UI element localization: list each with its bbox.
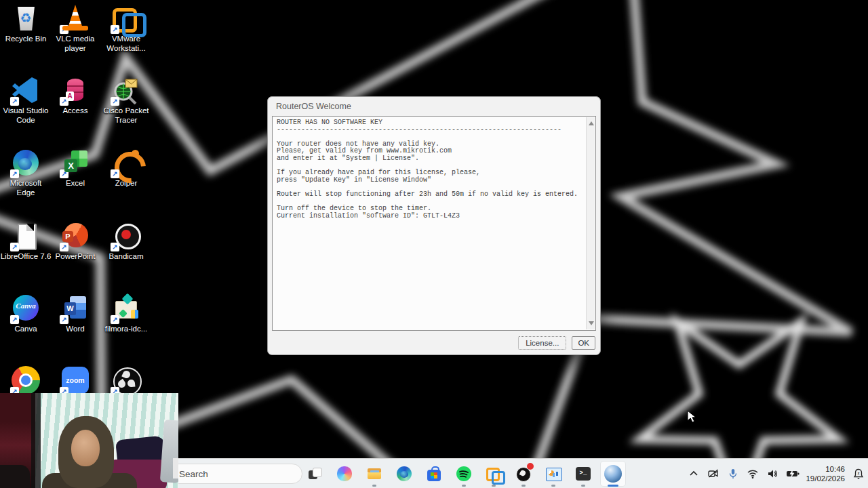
shortcut-arrow-icon: ↗: [111, 97, 119, 106]
window-title-bar[interactable]: RouterOS Welcome: [268, 97, 600, 115]
shortcut-arrow-icon: ↗: [10, 315, 19, 324]
webcam-person-face: [71, 430, 100, 466]
desktop-screen: ♻ Recycle Bin ↗ VLC media player ↗ VMwar…: [0, 0, 868, 488]
spotify-icon[interactable]: [456, 466, 472, 482]
winbox-icon: [604, 465, 622, 483]
obs-taskbar-icon[interactable]: [515, 466, 532, 482]
canva-icon: Canva ↗: [12, 294, 40, 323]
desktop-icon-chrome[interactable]: ↗: [0, 366, 52, 396]
desktop-icon-canva[interactable]: Canva ↗ Canva: [0, 294, 52, 334]
mouse-cursor: [687, 410, 699, 424]
license-message-text: ROUTER HAS NO SOFTWARE KEY -------------…: [273, 117, 595, 222]
window-title: RouterOS Welcome: [276, 102, 351, 111]
filmora-green: [119, 309, 127, 318]
shortcut-arrow-icon: ↗: [10, 97, 19, 106]
shortcut-arrow-icon: ↗: [60, 25, 68, 34]
dialog-buttons: License... OK: [518, 336, 595, 350]
file-explorer-icon[interactable]: [366, 466, 382, 482]
shortcut-arrow-icon: ↗: [10, 243, 19, 251]
scroll-up-icon[interactable]: [589, 121, 594, 125]
license-button[interactable]: License...: [518, 336, 566, 350]
battery-icon[interactable]: [786, 468, 798, 480]
resource-monitor-icon[interactable]: [545, 466, 561, 482]
recycle-bin-icon: ♻: [12, 4, 40, 33]
shortcut-arrow-icon: ↗: [111, 315, 119, 324]
desktop-icon-obs[interactable]: ↗: [100, 366, 152, 396]
shortcut-arrow-icon: ↗: [111, 243, 119, 251]
notification-bell-icon[interactable]: z: [852, 468, 865, 480]
edge-taskbar-icon[interactable]: [396, 466, 412, 482]
bandicam-icon: ↗: [112, 222, 140, 250]
access-letter: A: [66, 92, 74, 101]
search-label: Search: [179, 469, 208, 479]
system-tray: 10:46 19/02/2026 z: [688, 459, 865, 488]
chrome-icon: ↗: [12, 366, 40, 394]
search-input[interactable]: Search: [168, 464, 302, 484]
terminal-icon[interactable]: >_: [575, 466, 591, 482]
hidden-icons-chevron[interactable]: [688, 468, 700, 480]
filmora-icon: ↗: [112, 294, 140, 323]
desktop-icon-zoom[interactable]: zoom ↗: [50, 366, 101, 396]
shortcut-arrow-icon: ↗: [60, 243, 68, 251]
zoiper-icon: ↗: [112, 148, 140, 177]
desktop-icon-powerpoint[interactable]: P ↗ PowerPoint: [50, 222, 101, 262]
shortcut-arrow-icon: ↗: [60, 315, 68, 324]
desktop-icon-word[interactable]: W ↗ Word: [50, 294, 101, 334]
volume-icon[interactable]: [766, 468, 778, 480]
desktop-icon-zoiper[interactable]: ↗ Zoiper: [100, 148, 152, 188]
desktop-icon-vscode[interactable]: ↗ Visual Studio Code: [0, 76, 52, 125]
camera-off-icon[interactable]: [707, 468, 719, 480]
desktop-icon-bandicam[interactable]: ↗ Bandicam: [100, 222, 152, 262]
ok-button[interactable]: OK: [572, 336, 595, 350]
shortcut-arrow-icon: ↗: [111, 25, 119, 34]
routeros-welcome-window: RouterOS Welcome ROUTER HAS NO SOFTWARE …: [267, 96, 601, 355]
chrome-center: [21, 375, 31, 385]
powerpoint-letter: P: [62, 231, 73, 242]
desktop-icon-excel[interactable]: X ↗ Excel: [50, 148, 101, 188]
word-letter: W: [64, 302, 76, 315]
desktop-icon-recycle-bin[interactable]: ♻ Recycle Bin: [0, 4, 52, 44]
obs-icon: ↗: [112, 366, 140, 394]
excel-icon: X ↗: [61, 148, 90, 177]
svg-text:z: z: [858, 471, 860, 475]
store-icon[interactable]: [426, 466, 442, 482]
taskbar-icons: >_: [307, 459, 621, 488]
clock-date: 19/02/2026: [806, 474, 845, 483]
desktop-icon-packet-tracer[interactable]: ↗ Cisco Packet Tracer: [100, 76, 152, 125]
zoom-logo-text: zoom: [61, 366, 90, 394]
shortcut-arrow-icon: ↗: [111, 169, 119, 178]
word-icon: W ↗: [61, 294, 90, 323]
webcam-overlay: [0, 393, 178, 488]
vlc-icon: ↗: [61, 4, 90, 33]
excel-letter: X: [64, 159, 77, 172]
filmora-shield: [131, 310, 138, 319]
desktop-icon-filmora[interactable]: ↗ filmora-idc...: [100, 294, 152, 334]
scrollbar[interactable]: [586, 117, 595, 329]
clock-time: 10:46: [806, 464, 845, 474]
copilot-icon[interactable]: [336, 466, 353, 482]
desktop-icon-vmware[interactable]: ↗ VMware Workstati...: [100, 4, 152, 53]
shortcut-arrow-icon: ↗: [10, 169, 19, 178]
taskbar-clock[interactable]: 10:46 19/02/2026: [806, 464, 845, 483]
desktop-icon-edge[interactable]: ↗ Microsoft Edge: [0, 148, 52, 197]
task-view-icon[interactable]: [307, 466, 323, 482]
vscode-icon: ↗: [12, 76, 40, 104]
winbox-taskbar-button[interactable]: [601, 462, 625, 486]
canva-logo-text: Canva: [12, 302, 40, 310]
vmware-icon: ↗: [112, 4, 140, 33]
powerpoint-icon: P ↗: [61, 222, 90, 250]
recycle-glyph: ♻: [12, 10, 40, 25]
desktop-icon-access[interactable]: A ↗ Access: [50, 76, 101, 116]
desktop-icon-libreoffice[interactable]: ↗ LibreOffice 7.6: [0, 222, 52, 262]
edge-icon: ↗: [12, 148, 40, 177]
libreoffice-icon: ↗: [12, 222, 40, 250]
zoom-icon: zoom ↗: [61, 366, 90, 394]
license-message-area[interactable]: ROUTER HAS NO SOFTWARE KEY -------------…: [272, 116, 596, 331]
scroll-down-icon[interactable]: [589, 321, 594, 325]
microphone-icon[interactable]: [727, 468, 739, 480]
vmware-taskbar-icon[interactable]: [486, 466, 502, 482]
active-indicator: [608, 485, 618, 487]
recording-dot: [527, 463, 534, 470]
desktop-icon-vlc[interactable]: ↗ VLC media player: [50, 4, 101, 53]
wifi-icon[interactable]: [747, 468, 759, 480]
